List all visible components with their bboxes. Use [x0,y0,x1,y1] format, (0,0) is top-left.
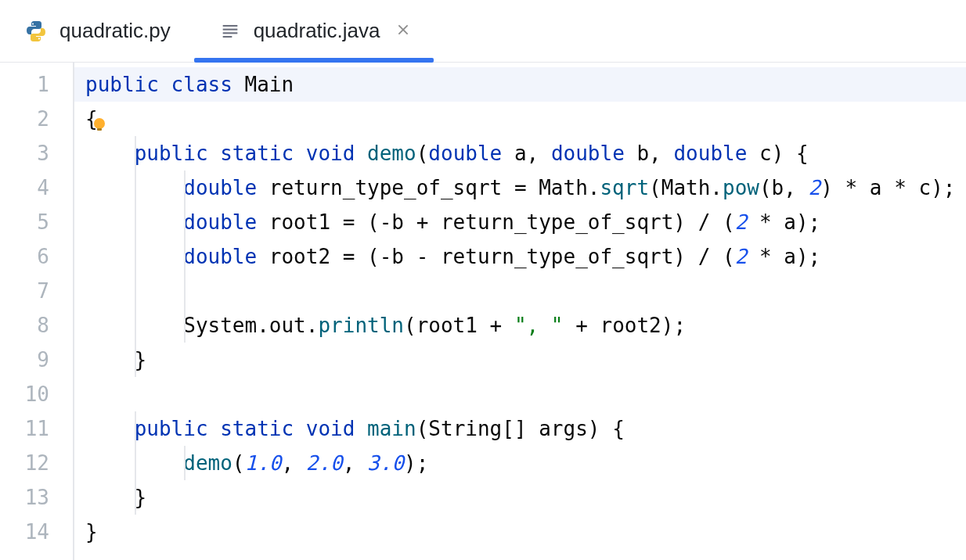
indent-guide [184,446,186,480]
line-number[interactable]: 13 [0,480,73,515]
indent-guide [184,239,186,274]
code-text: public static void main(String[] args) { [85,417,625,440]
code-text: double root1 = (-b + return_type_of_sqrt… [85,210,820,234]
python-icon [23,19,49,44]
line-number[interactable]: 12 [0,446,73,480]
indent-guide [184,171,186,205]
file-icon [218,19,243,44]
indent-guide [184,308,186,343]
code-text: public class Main [85,73,294,96]
code-line[interactable]: double return_type_of_sqrt = Math.sqrt(M… [74,171,966,205]
line-number[interactable]: 9 [0,343,73,377]
code-line[interactable]: } [74,515,966,549]
code-line[interactable]: demo(1.0, 2.0, 3.0); [74,446,966,480]
code-line[interactable]: } [74,480,966,515]
code-line[interactable]: } [74,343,966,377]
code-text: System.out.println(root1 + ", " + root2)… [85,314,686,337]
lightbulb-icon[interactable] [90,109,109,128]
line-number[interactable]: 8 [0,308,73,343]
close-icon[interactable] [396,21,410,41]
code-line[interactable]: double root1 = (-b + return_type_of_sqrt… [74,205,966,239]
code-text: double root2 = (-b - return_type_of_sqrt… [85,245,820,268]
indent-guide [184,274,186,308]
editor: 1234567891011121314 public class Main{ p… [0,63,966,560]
tab-label: quadratic.py [59,19,171,43]
svg-point-6 [94,118,105,129]
code-area[interactable]: public class Main{ public static void de… [74,63,966,560]
code-line[interactable]: public class Main [74,67,966,102]
code-text: } [85,486,146,509]
tab-quadratic-py[interactable]: quadratic.py [0,0,194,62]
indent-guide [135,274,136,308]
indent-guide [184,205,186,239]
line-number[interactable]: 2 [0,102,73,136]
code-text: public static void demo(double a, double… [85,142,809,165]
indent-guide [135,239,136,274]
code-text: double return_type_of_sqrt = Math.sqrt(M… [85,176,955,199]
indent-guide [135,343,136,377]
indent-guide [135,411,136,446]
code-line[interactable]: System.out.println(root1 + ", " + root2)… [74,308,966,343]
indent-guide [135,446,136,480]
code-line[interactable]: public static void demo(double a, double… [74,136,966,171]
indent-guide [135,171,136,205]
line-number[interactable]: 7 [0,274,73,308]
line-number[interactable]: 11 [0,411,73,446]
indent-guide [135,136,136,171]
gutter: 1234567891011121314 [0,63,74,560]
code-text: } [85,520,98,544]
code-line[interactable]: double root2 = (-b - return_type_of_sqrt… [74,239,966,274]
line-number[interactable]: 1 [0,67,73,102]
line-number[interactable]: 6 [0,239,73,274]
code-line[interactable] [74,377,966,411]
code-line[interactable] [74,274,966,308]
indent-guide [135,308,136,343]
line-number[interactable]: 14 [0,515,73,549]
indent-guide [135,480,136,515]
tab-label: quadratic.java [254,19,380,43]
code-text: demo(1.0, 2.0, 3.0); [85,451,428,475]
svg-rect-7 [97,128,102,131]
indent-guide [135,205,136,239]
line-number[interactable]: 3 [0,136,73,171]
tab-quadratic-java[interactable]: quadratic.java [194,0,434,62]
line-number[interactable]: 5 [0,205,73,239]
code-line[interactable]: public static void main(String[] args) { [74,411,966,446]
code-line[interactable]: { [74,102,966,136]
line-number[interactable]: 10 [0,377,73,411]
tab-bar: quadratic.py quadratic.java [0,0,966,63]
line-number[interactable]: 4 [0,171,73,205]
code-text: } [85,348,146,372]
